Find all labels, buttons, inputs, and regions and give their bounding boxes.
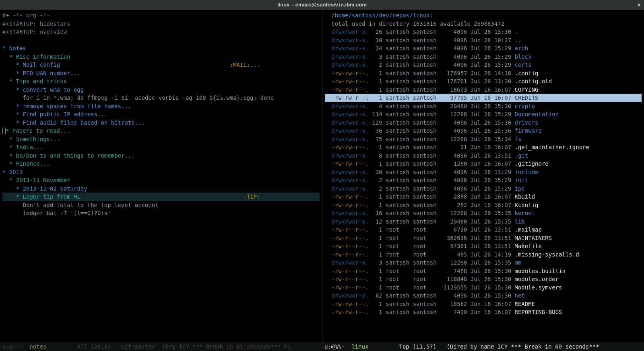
- dired-entry[interactable]: -rw-rw-r--. 1 santosh santosh 252 Jun 16…: [325, 202, 539, 208]
- dired-selected-row[interactable]: -rw-rw-r--. 1 santosh santosh 97795 Jun …: [325, 94, 642, 102]
- dired-entry[interactable]: drwxrwxr-x. 129 santosh santosh 4096 Jul…: [325, 119, 539, 126]
- dired-entry[interactable]: drwxrwxr-x. 3 santosh santosh 4096 Jul 2…: [325, 53, 532, 60]
- dired-entry[interactable]: drwxrwxr-x. 114 santosh santosh 12288 Ju…: [325, 111, 559, 117]
- org-tag: :MAIL:...: [230, 62, 260, 68]
- org-line: #+STARTUP: overview: [2, 29, 67, 35]
- dired-entry[interactable]: drwxrwxr-x. 62 santosh santosh 4096 Jul …: [325, 292, 525, 299]
- dired-entry[interactable]: drwxrwxr-x. 12 santosh santosh 20480 Jul…: [325, 218, 525, 225]
- org-line: * 2013-11 November: [2, 177, 70, 183]
- mode-line-left: U:@--- notes All (28,0) Git-master (Org …: [0, 342, 322, 351]
- org-line: for i in *.wma; do ffmpeg -i $i -acodec …: [2, 94, 274, 101]
- dired-entry[interactable]: -rw-rw-r--. 1 santosh santosh 18562 Jun …: [325, 301, 535, 307]
- dired-entry[interactable]: -rw-r--r--. 1 root root 6730 Jul 26 13:5…: [325, 226, 542, 233]
- dired-entry[interactable]: drwxrwxr-x. 36 santosh santosh 4096 Jul …: [325, 127, 542, 134]
- cursor: [2, 128, 6, 134]
- dired-entry[interactable]: drwxrwxr-x. 4 santosh santosh 20480 Jul …: [325, 103, 535, 109]
- dired-entry[interactable]: -rw-rw-r--. 1 santosh santosh 2888 Jun 1…: [325, 193, 535, 200]
- dired-entry[interactable]: drwxrwxr-x. 2 santosh santosh 4096 Jul 2…: [325, 62, 532, 68]
- dired-entry[interactable]: drwxrwxr-x. 2 santosh santosh 4096 Jul 2…: [325, 185, 525, 192]
- mode-line-right: U:@%%- linux Top (11,57) (Dired by name …: [322, 342, 644, 351]
- org-line: * remove spaces from file names...: [2, 103, 131, 109]
- org-line: * India...: [2, 144, 43, 150]
- emacs-frame: #+ -*- org -*- #+STARTUP: hidestars #+ST…: [0, 10, 644, 342]
- dired-entry[interactable]: drwxrwxr-x. 34 santosh santosh 4096 Jul …: [325, 45, 528, 51]
- dired-entry[interactable]: -rw-rw-r--. 1 santosh santosh 1280 Jun 1…: [325, 160, 549, 167]
- dired-entry[interactable]: -rw-r--r--. 1 root root 1129555 Jul 26 1…: [325, 284, 562, 291]
- buffer-name-right: linux: [351, 343, 368, 350]
- org-line: ledger bal -T '(l==0)?0:a': [2, 210, 111, 216]
- org-line: * Do/Don'ts and things to remember...: [2, 152, 135, 159]
- dired-entry[interactable]: -rw-rw-r--. 1 santosh santosh 176957 Jul…: [325, 70, 539, 76]
- org-line: Don't add total to the top level account: [2, 202, 159, 208]
- org-line: * 2013-11-02 Saturday: [2, 185, 87, 192]
- org-line: #+STARTUP: hidestars: [2, 21, 70, 27]
- dired-entry[interactable]: -rw-rw-r--. 1 santosh santosh 176761 Jul…: [325, 78, 552, 84]
- org-line: * PFO UAN number...: [2, 70, 80, 76]
- dired-entry[interactable]: -rw-r--r--. 1 root root 362636 Jul 26 13…: [325, 235, 552, 241]
- dired-entry[interactable]: -rw-rw-r--. 1 santosh santosh 18693 Jun …: [325, 86, 539, 93]
- org-line: * Notes: [2, 45, 26, 51]
- org-line: * Find audio files based on bitrate...: [2, 119, 145, 126]
- dired-entry[interactable]: -rw-r--r--. 1 root root 485 Jul 26 14:19…: [325, 251, 579, 258]
- dired-entry[interactable]: drwxrwxr-x. 8 santosh santosh 4096 Jul 2…: [325, 152, 528, 159]
- org-line: * Misc information: [2, 53, 70, 60]
- window-title: linux – emacs@santosiv.in.ibm.com: [277, 1, 367, 9]
- dired-entry[interactable]: -rw-rw-r--. 1 santosh santosh 31 Jun 16 …: [325, 144, 589, 150]
- org-line: * Finance...: [2, 160, 50, 167]
- org-line: * 2013: [2, 169, 23, 175]
- org-line: #+ -*- org -*-: [2, 12, 50, 18]
- dired-entry[interactable]: -rw-r--r--. 1 root root 7458 Jul 26 15:3…: [325, 268, 566, 274]
- dired-entry[interactable]: drwxrwxr-x. 10 santosh santosh 4096 Jun …: [325, 37, 522, 43]
- close-icon[interactable]: ×: [638, 1, 641, 9]
- dired-entry[interactable]: drwxrwxr-x. 2 santosh santosh 4096 Jul 2…: [325, 177, 528, 183]
- buffer-name-left: notes: [29, 343, 46, 350]
- org-line: * Mail config: [2, 62, 60, 68]
- dired-entry[interactable]: drwxrwxr-x. 16 santosh santosh 12288 Jul…: [325, 210, 535, 216]
- org-line: * Leger tip from ML: [2, 193, 80, 200]
- dired-entry[interactable]: -rw-r--r--. 1 root root 118848 Jul 26 15…: [325, 276, 559, 282]
- org-line: * convert wma to ogg: [2, 86, 84, 93]
- dired-summary: total used in directory 1631816 availabl…: [325, 21, 505, 27]
- org-line: * Somethings...: [2, 136, 60, 142]
- mode-line: U:@--- notes All (28,0) Git-master (Org …: [0, 342, 644, 351]
- org-line: * Tips and tricks: [2, 78, 67, 84]
- dired-buffer[interactable]: /home/santosh/dev/repos/linux: total use…: [322, 10, 644, 342]
- dired-entry[interactable]: drwxrwxr-x. 30 santosh santosh 4096 Jul …: [325, 169, 539, 175]
- dired-path: /home/santosh/dev/repos/linux:: [331, 12, 433, 18]
- org-tag: :TIP:: [243, 193, 260, 200]
- dired-entry[interactable]: drwxrwxr-x. 75 santosh santosh 12288 Jul…: [325, 136, 522, 142]
- org-line: * Papers to read...: [6, 127, 70, 134]
- dired-entry[interactable]: -rw-rw-r--. 1 santosh santosh 7490 Jun 1…: [325, 309, 562, 315]
- org-line: * Find public IP address...: [2, 111, 107, 117]
- window-titlebar: linux – emacs@santosiv.in.ibm.com ×: [0, 0, 644, 10]
- org-mode-buffer[interactable]: #+ -*- org -*- #+STARTUP: hidestars #+ST…: [0, 10, 322, 342]
- dired-entry[interactable]: drwxrwxr-x. 3 santosh santosh 12288 Jul …: [325, 259, 522, 266]
- dired-entry[interactable]: drwxrwxr-x. 26 santosh santosh 4096 Jul …: [325, 29, 518, 35]
- dired-entry[interactable]: -rw-r--r--. 1 root root 57361 Jul 26 13:…: [325, 243, 542, 249]
